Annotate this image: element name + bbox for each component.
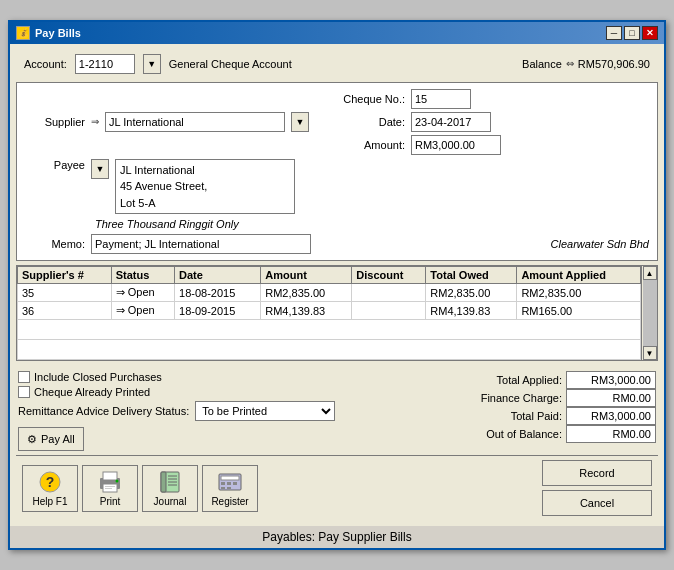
col-header-status: Status [111, 267, 174, 284]
out-of-balance-label: Out of Balance: [462, 428, 562, 440]
totals-and-options: Include Closed Purchases Cheque Already … [16, 367, 658, 455]
amount-label: Amount: [335, 139, 405, 151]
cell-amount-2: RM4,139.83 [261, 302, 352, 320]
payee-label: Payee [25, 159, 85, 171]
print-button[interactable]: Print [82, 465, 138, 512]
supplier-dropdown-button[interactable]: ▼ [291, 112, 309, 132]
signature-text: Clearwater Sdn Bhd [551, 238, 649, 250]
register-label: Register [211, 496, 248, 507]
status-arrow-icon: ⇒ [116, 286, 125, 298]
cheque-input[interactable] [411, 89, 471, 109]
scroll-down-button[interactable]: ▼ [643, 346, 657, 360]
finance-charge-row: Finance Charge: RM0.00 [462, 389, 656, 407]
total-applied-row: Total Applied: RM3,000.00 [462, 371, 656, 389]
minimize-button[interactable]: ─ [606, 26, 622, 40]
balance-section: Balance ⇔ RM570,906.90 [522, 58, 650, 70]
journal-icon [156, 470, 184, 494]
svg-rect-3 [103, 472, 117, 480]
col-header-supplier-num: Supplier's # [18, 267, 112, 284]
col-header-total-owed: Total Owed [426, 267, 517, 284]
memo-input[interactable] [91, 234, 311, 254]
delivery-select[interactable]: To be Printed Already Printed Email [195, 401, 335, 421]
window-title: Pay Bills [35, 27, 81, 39]
date-input[interactable] [411, 112, 491, 132]
title-buttons: ─ □ ✕ [606, 26, 658, 40]
memo-section: Memo: [25, 234, 311, 254]
account-dropdown-button[interactable]: ▼ [143, 54, 161, 74]
account-description: General Cheque Account [169, 58, 514, 70]
amount-input[interactable] [411, 135, 501, 155]
svg-rect-18 [233, 482, 237, 485]
svg-rect-9 [161, 472, 166, 492]
right-totals: Total Applied: RM3,000.00 Finance Charge… [462, 371, 656, 451]
table-row[interactable]: 35 ⇒ Open 18-08-2015 RM2,835.00 RM2,835.… [18, 284, 641, 302]
maximize-button[interactable]: □ [624, 26, 640, 40]
cell-status-2: ⇒ Open [111, 302, 174, 320]
journal-button[interactable]: Journal [142, 465, 198, 512]
close-button[interactable]: ✕ [642, 26, 658, 40]
vertical-scrollbar: ▲ ▼ [641, 266, 657, 360]
finance-charge-label: Finance Charge: [462, 392, 562, 404]
toolbar-buttons: ? Help F1 [22, 465, 258, 512]
form-box: Supplier ⇒ ▼ Cheque No.: Date: Amount: [16, 82, 658, 262]
cheque-row: Cheque No.: [335, 89, 501, 109]
cell-date-1: 18-08-2015 [175, 284, 261, 302]
payee-area[interactable]: JL International 45 Avenue Street, Lot 5… [115, 159, 295, 215]
supplier-row: Supplier ⇒ ▼ Cheque No.: Date: Amount: [25, 89, 649, 155]
table-row[interactable]: 36 ⇒ Open 18-09-2015 RM4,139.83 RM4,139.… [18, 302, 641, 320]
account-number-input[interactable] [75, 54, 135, 74]
include-closed-label: Include Closed Purchases [34, 371, 162, 383]
total-applied-value: RM3,000.00 [566, 371, 656, 389]
supplier-arrow-icon: ⇒ [91, 116, 99, 127]
finance-charge-value: RM0.00 [566, 389, 656, 407]
main-window: 💰 Pay Bills ─ □ ✕ Account: ▼ General Che… [8, 20, 666, 551]
cell-date-2: 18-09-2015 [175, 302, 261, 320]
delivery-row: Remittance Advice Delivery Status: To be… [18, 401, 454, 421]
refresh-icon[interactable]: ⇔ [566, 58, 574, 69]
amount-row: Amount: [335, 135, 501, 155]
cheque-printed-checkbox[interactable] [18, 386, 30, 398]
status-text: Payables: Pay Supplier Bills [262, 530, 411, 544]
svg-point-7 [116, 479, 119, 482]
record-button[interactable]: Record [542, 460, 652, 486]
total-applied-label: Total Applied: [462, 374, 562, 386]
pay-all-button[interactable]: ⚙ Pay All [18, 427, 84, 451]
payee-row: Payee ▼ JL International 45 Avenue Stree… [25, 159, 649, 215]
cell-amount-applied-2: RM165.00 [517, 302, 641, 320]
col-header-discount: Discount [352, 267, 426, 284]
account-bar: Account: ▼ General Cheque Account Balanc… [16, 50, 658, 78]
print-icon [96, 470, 124, 494]
cell-supplier-num-1: 35 [18, 284, 112, 302]
scroll-track [643, 280, 657, 346]
payee-dropdown-button[interactable]: ▼ [91, 159, 109, 179]
delivery-label: Remittance Advice Delivery Status: [18, 405, 189, 417]
payee-line-2: 45 Avenue Street, [120, 178, 290, 195]
help-label: Help F1 [32, 496, 67, 507]
include-closed-checkbox[interactable] [18, 371, 30, 383]
table-wrapper: Supplier's # Status Date Amount Discount… [17, 266, 641, 360]
help-button[interactable]: ? Help F1 [22, 465, 78, 512]
print-label: Print [100, 496, 121, 507]
register-button[interactable]: Register [202, 465, 258, 512]
cell-supplier-num-2: 36 [18, 302, 112, 320]
cell-amount-1: RM2,835.00 [261, 284, 352, 302]
title-bar-left: 💰 Pay Bills [16, 26, 81, 40]
svg-text:?: ? [46, 474, 55, 490]
cell-total-owed-2: RM4,139.83 [426, 302, 517, 320]
table-row-empty-1 [18, 320, 641, 340]
cell-discount-1 [352, 284, 426, 302]
supplier-input[interactable] [105, 112, 285, 132]
words-row: Three Thousand Ringgit Only [25, 218, 649, 230]
window-icon: 💰 [16, 26, 30, 40]
payee-line-3: Lot 5-A [120, 195, 290, 212]
table-with-scroll: Supplier's # Status Date Amount Discount… [17, 266, 657, 360]
left-options: Include Closed Purchases Cheque Already … [18, 371, 454, 451]
cheque-label: Cheque No.: [335, 93, 405, 105]
title-bar: 💰 Pay Bills ─ □ ✕ [10, 22, 664, 44]
balance-value: RM570,906.90 [578, 58, 650, 70]
status-bar: Payables: Pay Supplier Bills [10, 526, 664, 548]
table-row-empty-2 [18, 340, 641, 360]
cheque-fields: Cheque No.: Date: Amount: [335, 89, 501, 155]
scroll-up-button[interactable]: ▲ [643, 266, 657, 280]
cancel-button[interactable]: Cancel [542, 490, 652, 516]
